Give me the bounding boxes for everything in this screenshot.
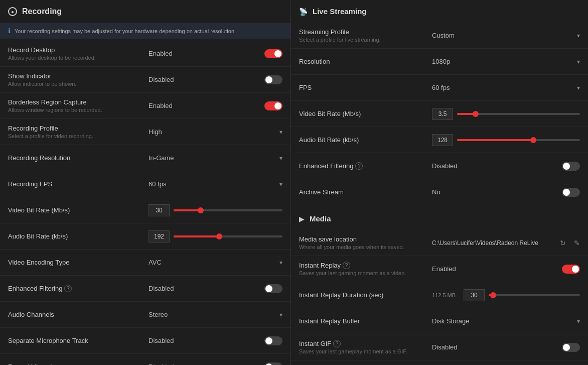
label-group: Record Microphone xyxy=(8,363,149,365)
setting-row: FPS60 fps▾ xyxy=(291,75,588,101)
setting-control: Disabled xyxy=(149,284,282,293)
toggle-switch[interactable] xyxy=(562,265,580,274)
control-value: Stereo xyxy=(149,311,179,318)
setting-control: Stereo▾ xyxy=(149,311,282,318)
slider-track[interactable] xyxy=(457,139,580,141)
setting-row: Record MicrophoneDisabled xyxy=(0,354,290,365)
slider-container: 30 xyxy=(149,204,282,216)
live-streaming-title: Live Streaming xyxy=(313,7,367,16)
control-value: Enabled xyxy=(432,265,456,273)
help-icon[interactable]: ? xyxy=(64,285,72,292)
setting-row: Video Bit Rate (Mb/s)30 xyxy=(0,197,290,223)
label-group: Audio Bit Rate (kb/s) xyxy=(299,136,432,144)
setting-row: Instant GIF?Saves your last gameplay mom… xyxy=(291,334,588,360)
setting-label: Instant GIF xyxy=(299,340,331,347)
toggle-switch[interactable] xyxy=(264,362,282,366)
toggle-switch[interactable] xyxy=(562,343,580,352)
chevron-down-icon: ▾ xyxy=(279,155,282,162)
setting-control: In-Game▾ xyxy=(149,154,282,162)
label-group: Show IndicatorAllow indicator to be show… xyxy=(8,72,149,87)
setting-row: Streaming ProfileSelect a profile for li… xyxy=(291,23,588,49)
label-group: Audio Channels xyxy=(8,311,149,318)
setting-sublabel: Saves your last gameplay moment as a GIF… xyxy=(299,348,426,354)
slider-container: 3.5 xyxy=(432,108,580,120)
setting-label: Instant Replay Duration (sec) xyxy=(299,291,383,299)
setting-label: Video Encoding Type xyxy=(8,259,69,266)
setting-row: Separate Microphone TrackDisabled xyxy=(0,328,290,354)
setting-sublabel: Select a profile for video recording. xyxy=(8,133,142,139)
setting-label: Audio Bit Rate (kb/s) xyxy=(299,136,359,144)
label-group: Instant GIF?Saves your last gameplay mom… xyxy=(299,340,432,354)
toggle-switch[interactable] xyxy=(562,188,580,197)
edit-icon[interactable]: ✎ xyxy=(574,239,580,247)
label-group: Streaming ProfileSelect a profile for li… xyxy=(299,28,432,43)
setting-control: Disabled xyxy=(432,162,580,171)
setting-control: 60 fps▾ xyxy=(149,180,282,188)
label-group: Record DesktopAllows your desktop to be … xyxy=(8,46,149,61)
setting-sublabel: Allows window regions to be recorded. xyxy=(8,107,142,113)
toggle-switch[interactable] xyxy=(264,336,282,345)
label-group: Video Encoding Type xyxy=(8,259,149,266)
setting-sublabel: Allow indicator to be shown. xyxy=(8,81,142,87)
setting-label: Resolution xyxy=(299,58,330,65)
setting-sublabel: Select a profile for live streaming. xyxy=(299,37,426,43)
setting-control: 128 xyxy=(432,134,580,146)
setting-control: 30 xyxy=(149,204,282,216)
slider-value-box[interactable]: 30 xyxy=(149,204,170,216)
control-value: Disabled xyxy=(432,162,458,170)
label-group: Recording Resolution xyxy=(8,154,149,162)
setting-sublabel: Allows your desktop to be recorded. xyxy=(8,55,142,61)
label-group: Recording ProfileSelect a profile for vi… xyxy=(8,125,149,139)
help-icon[interactable]: ? xyxy=(343,262,350,269)
slider-track[interactable] xyxy=(174,235,282,237)
control-value: Disabled xyxy=(149,337,179,344)
slider-container: 192 xyxy=(149,230,282,242)
label-group: Media save locationWhere all your media … xyxy=(299,235,432,250)
chevron-down-icon: ▾ xyxy=(279,181,282,188)
setting-control: 192 xyxy=(149,230,282,242)
help-icon[interactable]: ? xyxy=(333,340,341,347)
label-group: Separate Microphone Track xyxy=(8,337,149,344)
toggle-switch[interactable] xyxy=(264,49,282,58)
control-value: High xyxy=(149,128,179,136)
live-streaming-icon: 📡 xyxy=(299,8,308,16)
slider-value-box[interactable]: 30 xyxy=(464,289,485,301)
setting-control: 1080p▾ xyxy=(432,58,580,65)
control-value: In-Game xyxy=(149,154,179,162)
setting-control: Custom▾ xyxy=(432,32,580,39)
setting-label: Record Desktop xyxy=(8,46,55,54)
label-group: Resolution xyxy=(299,58,432,65)
setting-row: Video Bit Rate (Mb/s)3.5 xyxy=(291,101,588,127)
label-group: Instant Replay Buffer xyxy=(299,317,432,325)
slider-track[interactable] xyxy=(174,209,282,211)
left-settings-container: Record DesktopAllows your desktop to be … xyxy=(0,41,290,365)
setting-label: FPS xyxy=(299,84,312,91)
slider-track[interactable] xyxy=(489,294,580,296)
toggle-switch[interactable] xyxy=(264,284,282,293)
live-streaming-header: 📡 Live Streaming xyxy=(291,0,588,23)
control-value: Disabled xyxy=(432,343,458,351)
label-group: Borderless Region CaptureAllows window r… xyxy=(8,98,149,113)
slider-value-box[interactable]: 3.5 xyxy=(432,108,453,120)
slider-track[interactable] xyxy=(457,113,580,115)
control-value: 60 fps xyxy=(432,84,450,91)
info-text: Your recording settings may be adjusted … xyxy=(15,28,236,34)
refresh-icon[interactable]: ↻ xyxy=(560,239,566,247)
setting-label: Video Bit Rate (Mb/s) xyxy=(8,206,70,214)
help-icon[interactable]: ? xyxy=(355,162,363,170)
toggle-switch[interactable] xyxy=(264,75,282,84)
toggle-switch[interactable] xyxy=(562,162,580,171)
setting-row: Enhanced Filtering?Disabled xyxy=(291,153,588,179)
setting-control: Disabled xyxy=(149,362,282,366)
label-group: Instant Replay?Saves your last gaming mo… xyxy=(299,262,432,276)
label-group: Video Bit Rate (Mb/s) xyxy=(8,206,149,214)
toggle-switch[interactable] xyxy=(264,101,282,110)
setting-row: Instant Replay?Saves your last gaming mo… xyxy=(291,256,588,282)
slider-value-box[interactable]: 192 xyxy=(149,230,170,242)
chevron-down-icon: ▾ xyxy=(279,259,282,266)
setting-row: Audio Bit Rate (kb/s)128 xyxy=(291,127,588,153)
chevron-down-icon: ▾ xyxy=(577,58,580,65)
setting-row: Show IndicatorAllow indicator to be show… xyxy=(0,67,290,93)
label-group: Audio Bit Rate (kb/s) xyxy=(8,232,149,240)
slider-value-box[interactable]: 128 xyxy=(432,134,453,146)
